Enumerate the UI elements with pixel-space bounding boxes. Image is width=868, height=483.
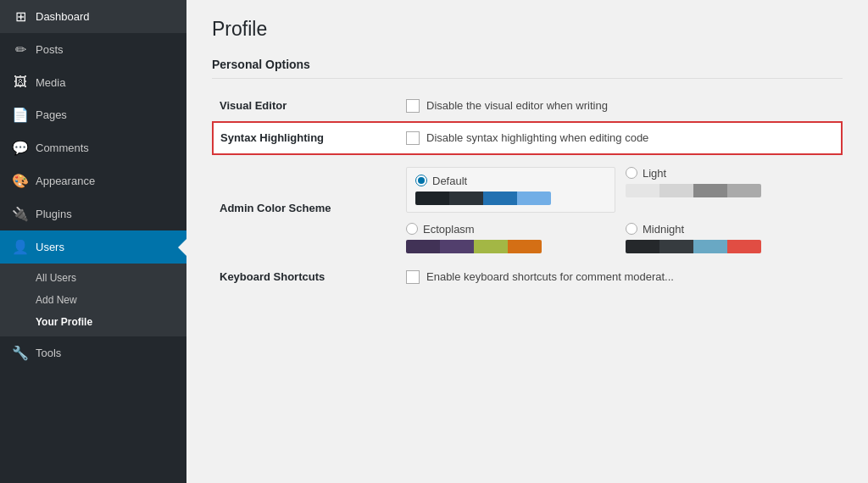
- tools-icon: 🔧: [12, 345, 29, 361]
- sidebar-item-posts[interactable]: ✏ Posts: [0, 33, 186, 66]
- visual-editor-checkbox[interactable]: [406, 99, 420, 113]
- radio-default[interactable]: [415, 175, 427, 186]
- visual-editor-checkbox-label: Disable the visual editor when writing: [426, 99, 608, 112]
- light-swatches: [626, 184, 761, 197]
- keyboard-shortcuts-checkbox-label: Enable keyboard shortcuts for comment mo…: [426, 270, 674, 283]
- radio-ectoplasm[interactable]: [406, 223, 418, 235]
- posts-icon: ✏: [12, 42, 29, 58]
- visual-editor-row: Visual Editor Disable the visual editor …: [213, 91, 842, 122]
- sidebar-item-dashboard[interactable]: ⊞ Dashboard: [0, 0, 186, 33]
- visual-editor-checkbox-wrapper: Disable the visual editor when writing: [406, 99, 835, 113]
- main-content: Profile Personal Options Visual Editor D…: [186, 0, 868, 483]
- ectoplasm-swatches: [406, 240, 542, 253]
- midnight-swatches: [626, 240, 761, 253]
- syntax-highlighting-row: Syntax Highlighting Disable syntax highl…: [213, 122, 842, 154]
- sidebar-item-label: Comments: [36, 142, 89, 154]
- sidebar-item-label: Media: [36, 76, 65, 89]
- submenu-all-users[interactable]: All Users: [0, 267, 186, 289]
- color-scheme-light[interactable]: Light: [626, 167, 835, 213]
- users-submenu: All Users Add New Your Profile: [0, 264, 186, 336]
- users-icon: 👤: [12, 239, 29, 255]
- radio-light[interactable]: [626, 167, 637, 179]
- comments-icon: 💬: [12, 140, 29, 156]
- syntax-highlighting-checkbox-label: Disable syntax highlighting when editing…: [426, 131, 648, 144]
- pages-icon: 📄: [12, 107, 29, 123]
- color-scheme-light-label: Light: [643, 167, 666, 180]
- sidebar-item-tools[interactable]: 🔧 Tools: [0, 336, 186, 369]
- sidebar-item-pages[interactable]: 📄 Pages: [0, 98, 186, 131]
- syntax-highlighting-label: Syntax Highlighting: [213, 122, 399, 154]
- radio-midnight[interactable]: [626, 223, 637, 235]
- syntax-highlighting-checkbox-wrapper: Disable syntax highlighting when editing…: [406, 131, 834, 145]
- visual-editor-label: Visual Editor: [213, 91, 399, 122]
- plugins-icon: 🔌: [12, 206, 29, 222]
- sidebar: ⊞ Dashboard ✏ Posts 🖼 Media 📄 Pages 💬 Co…: [0, 0, 186, 483]
- color-scheme-row: Admin Color Scheme Default: [213, 154, 842, 262]
- color-scheme-ectoplasm[interactable]: Ectoplasm: [406, 223, 615, 253]
- options-table: Visual Editor Disable the visual editor …: [212, 91, 843, 292]
- color-scheme-ectoplasm-label: Ectoplasm: [423, 223, 475, 236]
- sidebar-item-media[interactable]: 🖼 Media: [0, 66, 186, 98]
- dashboard-icon: ⊞: [12, 8, 29, 25]
- color-scheme-midnight-label: Midnight: [643, 223, 684, 236]
- sidebar-item-plugins[interactable]: 🔌 Plugins: [0, 197, 186, 230]
- submenu-your-profile[interactable]: Your Profile: [0, 311, 186, 333]
- sidebar-item-label: Appearance: [36, 175, 95, 187]
- page-title: Profile: [212, 17, 843, 42]
- keyboard-shortcuts-row: Keyboard Shortcuts Enable keyboard short…: [213, 262, 842, 292]
- sidebar-item-comments[interactable]: 💬 Comments: [0, 131, 186, 164]
- default-swatches: [415, 192, 551, 205]
- sidebar-item-appearance[interactable]: 🎨 Appearance: [0, 164, 186, 197]
- section-title: Personal Options: [212, 58, 843, 79]
- sidebar-item-users[interactable]: 👤 Users: [0, 230, 186, 264]
- color-scheme-label: Admin Color Scheme: [213, 154, 399, 262]
- sidebar-item-label: Users: [36, 241, 64, 253]
- sidebar-item-label: Pages: [36, 108, 67, 121]
- media-icon: 🖼: [12, 75, 29, 90]
- keyboard-shortcuts-label: Keyboard Shortcuts: [213, 262, 399, 292]
- color-scheme-default-label: Default: [432, 175, 467, 187]
- color-scheme-midnight[interactable]: Midnight: [626, 223, 835, 253]
- submenu-add-new[interactable]: Add New: [0, 289, 186, 311]
- sidebar-item-label: Plugins: [36, 208, 72, 220]
- color-scheme-default[interactable]: Default: [406, 167, 615, 213]
- sidebar-item-label: Tools: [36, 347, 61, 359]
- keyboard-shortcuts-checkbox-wrapper: Enable keyboard shortcuts for comment mo…: [406, 270, 835, 284]
- appearance-icon: 🎨: [12, 173, 29, 189]
- keyboard-shortcuts-checkbox[interactable]: [406, 270, 420, 284]
- color-scheme-options: Default: [406, 167, 835, 253]
- syntax-highlighting-checkbox[interactable]: [406, 131, 420, 145]
- sidebar-item-label: Dashboard: [36, 10, 90, 23]
- sidebar-item-label: Posts: [36, 43, 64, 56]
